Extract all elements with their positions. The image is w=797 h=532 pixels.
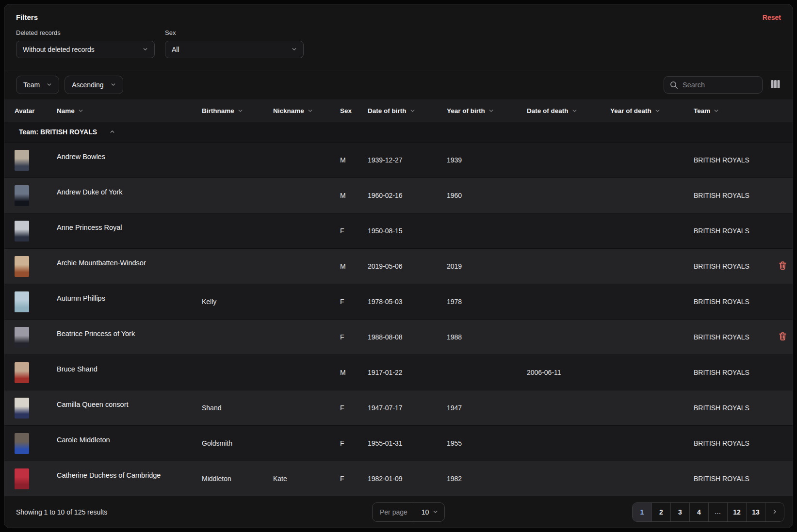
deleted-records-filter: Deleted records Without deleted records xyxy=(16,29,155,58)
per-page-label[interactable]: Per page xyxy=(373,503,415,521)
search-box[interactable] xyxy=(664,76,763,94)
row-date-of-birth: 1947-07-17 xyxy=(368,404,447,412)
trash-icon xyxy=(779,332,786,342)
table-row[interactable]: Archie Mountbatten-WindsorM2019-05-06201… xyxy=(4,248,793,284)
delete-row-button[interactable] xyxy=(773,261,793,271)
filters-title: Filters xyxy=(16,13,38,21)
table-row[interactable]: Andrew BowlesM1939-12-271939BRITISH ROYA… xyxy=(4,142,793,177)
row-team: BRITISH ROYALS xyxy=(694,404,773,412)
pagination-page-13[interactable]: 13 xyxy=(746,503,765,521)
row-year-of-birth: 2019 xyxy=(447,262,527,270)
avatar xyxy=(15,468,29,489)
avatar xyxy=(15,398,29,419)
row-name: Archie Mountbatten-Windsor xyxy=(57,259,202,267)
pagination-page-1[interactable]: 1 xyxy=(633,503,651,521)
search-input[interactable] xyxy=(683,81,756,89)
avatar xyxy=(15,256,29,277)
row-sex: F xyxy=(340,227,368,235)
per-page-select[interactable]: 10 xyxy=(415,503,445,521)
row-sex: M xyxy=(340,262,368,270)
sort-order-select[interactable]: Ascending xyxy=(65,76,123,94)
table-row[interactable]: Carole MiddletonGoldsmithF1955-01-311955… xyxy=(4,425,793,461)
pagination-page-4[interactable]: 4 xyxy=(689,503,708,521)
table-row[interactable]: Camilla Queen consortShandF1947-07-17194… xyxy=(4,390,793,425)
group-label: Team: BRITISH ROYALS xyxy=(19,128,97,136)
row-team: BRITISH ROYALS xyxy=(694,227,773,235)
column-header-year_of_birth[interactable]: Year of birth xyxy=(447,107,527,114)
avatar xyxy=(15,291,29,312)
chevron-down-icon xyxy=(111,81,116,89)
table-row[interactable]: Bruce ShandM1917-01-222006-06-11BRITISH … xyxy=(4,355,793,390)
pagination-next-button[interactable] xyxy=(765,503,784,521)
pagination-page-2[interactable]: 2 xyxy=(651,503,670,521)
row-team: BRITISH ROYALS xyxy=(694,475,773,483)
sort-field-value: Team xyxy=(23,81,40,89)
column-header-year_of_death[interactable]: Year of death xyxy=(610,107,694,114)
column-header-team[interactable]: Team xyxy=(694,107,773,114)
chevron-down-icon xyxy=(292,46,297,53)
column-header-date_of_death[interactable]: Date of death xyxy=(527,107,610,114)
row-name: Andrew Bowles xyxy=(57,153,202,161)
row-birthname: Kelly xyxy=(202,298,273,306)
delete-row-button[interactable] xyxy=(773,332,793,342)
row-name: Carole Middleton xyxy=(57,436,202,444)
sort-order-value: Ascending xyxy=(72,81,103,89)
row-name: Anne Princess Royal xyxy=(57,224,202,231)
column-header-sex: Sex xyxy=(340,107,368,114)
row-name: Beatrice Princess of York xyxy=(57,330,202,338)
row-name: Andrew Duke of York xyxy=(57,188,202,196)
table-footer: Showing 1 to 10 of 125 results Per page … xyxy=(4,496,793,528)
row-date-of-birth: 1950-08-15 xyxy=(368,227,447,235)
sort-field-select[interactable]: Team xyxy=(16,76,59,94)
sex-filter: Sex All xyxy=(165,29,304,58)
columns-toggle-button[interactable] xyxy=(770,79,781,91)
row-year-of-birth: 1982 xyxy=(447,475,527,483)
row-date-of-birth: 2019-05-06 xyxy=(368,262,447,270)
row-year-of-birth: 1947 xyxy=(447,404,527,412)
column-header-date_of_birth[interactable]: Date of birth xyxy=(368,107,447,114)
pagination-ellipsis: ... xyxy=(708,503,727,521)
group-row-british-royals[interactable]: Team: BRITISH ROYALS xyxy=(4,122,793,142)
table-row[interactable]: Beatrice Princess of YorkF1988-08-081988… xyxy=(4,319,793,355)
row-sex: F xyxy=(340,439,368,447)
avatar xyxy=(15,150,29,171)
column-header-birthname[interactable]: Birthname xyxy=(202,107,273,114)
row-sex: M xyxy=(340,369,368,376)
row-birthname: Middleton xyxy=(202,475,273,483)
row-sex: M xyxy=(340,192,368,199)
row-date-of-birth: 1988-08-08 xyxy=(368,333,447,341)
avatar xyxy=(15,362,29,383)
sex-label: Sex xyxy=(165,29,304,36)
deleted-records-select[interactable]: Without deleted records xyxy=(16,41,155,58)
row-year-of-birth: 1939 xyxy=(447,156,527,164)
table-row[interactable]: Anne Princess RoyalF1950-08-15BRITISH RO… xyxy=(4,213,793,248)
row-actions xyxy=(773,261,793,271)
per-page-control: Per page 10 xyxy=(372,502,445,522)
chevron-right-icon xyxy=(772,508,778,516)
results-summary: Showing 1 to 10 of 125 results xyxy=(16,508,107,516)
column-header-nickname[interactable]: Nickname xyxy=(273,107,340,114)
row-sex: F xyxy=(340,404,368,412)
sex-select[interactable]: All xyxy=(165,41,304,58)
row-birthname: Goldsmith xyxy=(202,439,273,447)
row-date-of-birth: 1960-02-16 xyxy=(368,192,447,199)
search-icon xyxy=(670,81,678,89)
row-sex: F xyxy=(340,333,368,341)
table-row[interactable]: Autumn PhillipsKellyF1978-05-031978BRITI… xyxy=(4,284,793,319)
pagination: 1234...1213 xyxy=(632,502,784,522)
deleted-records-value: Without deleted records xyxy=(23,46,95,53)
row-date-of-birth: 1955-01-31 xyxy=(368,439,447,447)
row-sex: M xyxy=(340,156,368,164)
table-row[interactable]: Andrew Duke of YorkM1960-02-161960BRITIS… xyxy=(4,177,793,213)
column-header-name[interactable]: Name xyxy=(57,107,202,114)
row-year-of-birth: 1978 xyxy=(447,298,527,306)
table-row[interactable]: Catherine Duchess of CambridgeMiddletonK… xyxy=(4,461,793,496)
pagination-page-12[interactable]: 12 xyxy=(727,503,746,521)
row-name: Catherine Duchess of Cambridge xyxy=(57,471,202,479)
row-team: BRITISH ROYALS xyxy=(694,192,773,199)
row-actions xyxy=(773,332,793,342)
pagination-page-3[interactable]: 3 xyxy=(670,503,689,521)
row-birthname: Shand xyxy=(202,404,273,412)
reset-filters-button[interactable]: Reset xyxy=(763,14,781,21)
row-date-of-birth: 1917-01-22 xyxy=(368,369,447,376)
